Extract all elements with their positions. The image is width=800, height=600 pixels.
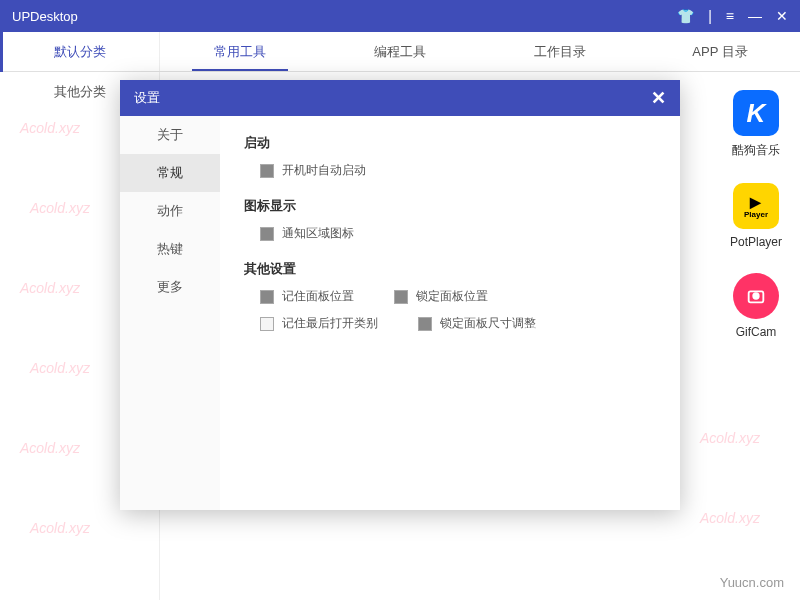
option-row: 记住面板位置锁定面板位置 bbox=[244, 288, 656, 305]
checkbox-option[interactable]: 通知区域图标 bbox=[260, 225, 354, 242]
modal-nav-item[interactable]: 更多 bbox=[120, 268, 220, 306]
minimize-icon[interactable]: — bbox=[748, 8, 762, 24]
divider-icon: | bbox=[708, 8, 712, 24]
pot-icon: Player bbox=[733, 183, 779, 229]
sidebar-label: 其他分类 bbox=[54, 83, 106, 101]
option-label: 开机时自动启动 bbox=[282, 162, 366, 179]
shirt-icon[interactable]: 👕 bbox=[677, 8, 694, 24]
section-title: 启动 bbox=[244, 134, 656, 152]
apps-column: K酷狗音乐PlayerPotPlayerGifCam bbox=[730, 90, 782, 339]
sidebar-top: 默认分类 bbox=[0, 32, 160, 71]
checkbox-icon bbox=[260, 290, 274, 304]
menu-icon[interactable]: ≡ bbox=[726, 8, 734, 24]
checkbox-option[interactable]: 记住最后打开类别 bbox=[260, 315, 378, 332]
checkbox-icon bbox=[260, 164, 274, 178]
app-title: UPDesktop bbox=[12, 9, 677, 24]
modal-nav-item[interactable]: 常规 bbox=[120, 154, 220, 192]
main-tabs: 默认分类 常用工具编程工具工作目录APP 目录 bbox=[0, 32, 800, 72]
settings-section: 其他设置记住面板位置锁定面板位置记住最后打开类别锁定面板尺寸调整 bbox=[244, 260, 656, 332]
close-icon[interactable]: ✕ bbox=[776, 8, 788, 24]
checkbox-option[interactable]: 记住面板位置 bbox=[260, 288, 354, 305]
k-icon: K bbox=[733, 90, 779, 136]
modal-content: 启动开机时自动启动图标显示通知区域图标其他设置记住面板位置锁定面板位置记住最后打… bbox=[220, 116, 680, 510]
gif-icon bbox=[733, 273, 779, 319]
svg-point-0 bbox=[752, 292, 759, 299]
tabs-container: 常用工具编程工具工作目录APP 目录 bbox=[160, 32, 800, 71]
app-label: 酷狗音乐 bbox=[732, 142, 780, 159]
modal-body: 关于常规动作热键更多 启动开机时自动启动图标显示通知区域图标其他设置记住面板位置… bbox=[120, 116, 680, 510]
sidebar-label: 默认分类 bbox=[54, 43, 106, 61]
modal-header: 设置 ✕ bbox=[120, 80, 680, 116]
modal-close-icon[interactable]: ✕ bbox=[651, 87, 666, 109]
titlebar: UPDesktop 👕 | ≡ — ✕ bbox=[0, 0, 800, 32]
tab[interactable]: 编程工具 bbox=[320, 32, 480, 71]
tab[interactable]: 工作目录 bbox=[480, 32, 640, 71]
checkbox-option[interactable]: 开机时自动启动 bbox=[260, 162, 366, 179]
footer-watermark: Yuucn.com bbox=[720, 575, 784, 590]
app-launcher[interactable]: PlayerPotPlayer bbox=[730, 183, 782, 249]
checkbox-icon bbox=[260, 317, 274, 331]
checkbox-icon bbox=[260, 227, 274, 241]
modal-nav: 关于常规动作热键更多 bbox=[120, 116, 220, 510]
settings-section: 启动开机时自动启动 bbox=[244, 134, 656, 179]
option-label: 锁定面板位置 bbox=[416, 288, 488, 305]
app-launcher[interactable]: GifCam bbox=[733, 273, 779, 339]
option-label: 通知区域图标 bbox=[282, 225, 354, 242]
option-row: 开机时自动启动 bbox=[244, 162, 656, 179]
app-label: PotPlayer bbox=[730, 235, 782, 249]
section-title: 其他设置 bbox=[244, 260, 656, 278]
tab[interactable]: 常用工具 bbox=[160, 32, 320, 71]
titlebar-controls: 👕 | ≡ — ✕ bbox=[677, 8, 788, 24]
option-label: 记住最后打开类别 bbox=[282, 315, 378, 332]
app-label: GifCam bbox=[736, 325, 777, 339]
tab[interactable]: APP 目录 bbox=[640, 32, 800, 71]
option-label: 锁定面板尺寸调整 bbox=[440, 315, 536, 332]
modal-title: 设置 bbox=[134, 89, 651, 107]
app-launcher[interactable]: K酷狗音乐 bbox=[732, 90, 780, 159]
option-row: 记住最后打开类别锁定面板尺寸调整 bbox=[244, 315, 656, 332]
section-title: 图标显示 bbox=[244, 197, 656, 215]
modal-nav-item[interactable]: 热键 bbox=[120, 230, 220, 268]
modal-nav-item[interactable]: 动作 bbox=[120, 192, 220, 230]
settings-section: 图标显示通知区域图标 bbox=[244, 197, 656, 242]
checkbox-option[interactable]: 锁定面板尺寸调整 bbox=[418, 315, 536, 332]
sidebar-item-default[interactable]: 默认分类 bbox=[0, 32, 159, 72]
option-label: 记住面板位置 bbox=[282, 288, 354, 305]
checkbox-icon bbox=[394, 290, 408, 304]
checkbox-option[interactable]: 锁定面板位置 bbox=[394, 288, 488, 305]
settings-modal: 设置 ✕ 关于常规动作热键更多 启动开机时自动启动图标显示通知区域图标其他设置记… bbox=[120, 80, 680, 510]
modal-nav-item[interactable]: 关于 bbox=[120, 116, 220, 154]
option-row: 通知区域图标 bbox=[244, 225, 656, 242]
checkbox-icon bbox=[418, 317, 432, 331]
